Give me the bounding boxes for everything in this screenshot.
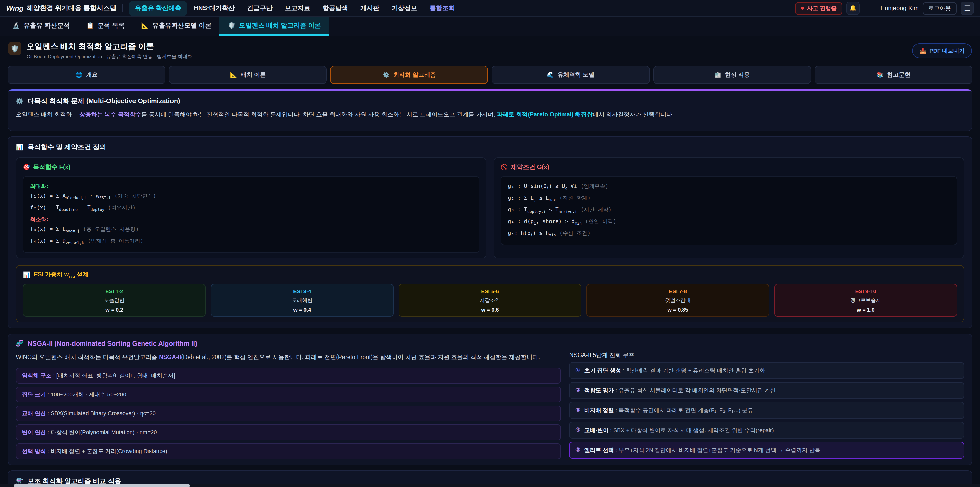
menu-button[interactable]: ☰ — [961, 2, 974, 15]
section-tab-label: 참고문헌 — [887, 71, 911, 78]
nsga-parameter-list: 염색체 구조 : [배치지점 좌표, 방향각θ, 길이L, 형태, 배치순서] … — [16, 368, 561, 459]
page-header: 🛡️ 오일펜스 배치 최적화 알고리즘 이론 Oil Boom Deployme… — [0, 36, 980, 65]
nav-item[interactable]: 게시판 — [355, 1, 385, 16]
text-run: 에서 의사결정자가 선택합니다. — [593, 111, 674, 117]
section-tab[interactable]: 🌐 개요 — [8, 65, 165, 83]
nav-item[interactable]: 보고자료 — [279, 1, 316, 16]
esi-weight-value: w = 1.0 — [778, 306, 953, 312]
sub-tab[interactable]: 🛡️ 오일펜스 배치 알고리즘 이론 — [220, 17, 329, 36]
section-tab-label: 유체역학 모델 — [558, 71, 594, 78]
app-root: Wing 해양환경 위기대응 통합시스템 유출유 확산예측 HNS·대기확산 긴… — [0, 0, 980, 487]
esi-range: ESI 3-4 — [215, 288, 390, 294]
hamburger-icon: ☰ — [964, 4, 970, 12]
divider — [123, 4, 123, 12]
esi-card: ESI 9-10 맹그로브습지 w = 1.0 — [774, 284, 957, 316]
step-label: 비지배 정렬 — [584, 407, 614, 413]
card-title: 목적함수 및 제약조건 정의 — [27, 142, 106, 152]
esi-weight-value: w = 0.85 — [590, 306, 765, 312]
nsga-paragraph: WING의 오일펜스 배치 최적화는 다목적 유전알고리즘 NSGA-II(De… — [16, 353, 561, 362]
section-tab[interactable]: ⚙️ 최적화 알고리즘 — [331, 65, 488, 83]
notifications-button[interactable]: 🔔 — [846, 2, 860, 15]
bell-icon: 🔔 — [850, 5, 857, 12]
esi-card-row: ESI 1-2 노출암반 w = 0.2 ESI 3-4 모래해변 w = 0.… — [23, 284, 957, 316]
section-tab[interactable]: 🌊 유체역학 모델 — [492, 65, 649, 83]
panel-heading: 🎯 목적함수 F(x) — [23, 163, 479, 172]
card-heading: 📊 목적함수 및 제약조건 정의 — [16, 142, 964, 152]
target-icon: 🎯 — [23, 164, 30, 171]
nav-item[interactable]: 유출유 확산예측 — [129, 1, 187, 16]
step-description: : SBX + 다항식 변이로 자식 세대 생성. 제약조건 위반 수리(rep… — [609, 427, 774, 433]
esi-habitat-name: 갯벌조간대 — [590, 297, 765, 303]
section-tab-label: 개요 — [86, 71, 98, 78]
formula-group-label: 최소화: — [30, 216, 49, 222]
sub-tab-label: 오일펜스 배치 알고리즘 이론 — [239, 21, 321, 30]
sub-tab-label: 분석 목록 — [97, 21, 125, 30]
step-text: 초기 집단 생성 : 확산예측 결과 기반 랜덤 + 휴리스틱 배치안 혼합 초… — [584, 366, 765, 374]
nsga-parameter-row: 변이 연산 : 다항식 변이(Polynomial Mutation) · ηm… — [16, 425, 561, 440]
esi-card: ESI 1-2 노출암반 w = 0.2 — [23, 284, 206, 316]
page-subtitle: Oil Boom Deployment Optimization · 유출유 확… — [27, 53, 192, 60]
sub-tab[interactable]: 📋 분석 목록 — [78, 17, 133, 36]
logout-button[interactable]: 로그아웃 — [923, 2, 956, 14]
formula-comment: (총 오일펜스 사용량) — [83, 226, 139, 232]
nsga-parameter-row: 집단 크기 : 100~200개체 · 세대수 50~200 — [16, 386, 561, 402]
evolution-step: ③ 비지배 정렬 : 목적함수 공간에서 파레토 전면 계층(F₁, F₂, F… — [570, 402, 964, 418]
nav-item[interactable]: HNS·대기확산 — [188, 1, 240, 16]
formula-comment: (연안 이격) — [585, 218, 616, 224]
section-tab[interactable]: 📐 배치 이론 — [169, 65, 327, 83]
nsga-parameter-row: 교배 연산 : SBX(Simulated Binary Crossover) … — [16, 406, 561, 422]
nav-item[interactable]: 통합조회 — [424, 1, 461, 16]
text-run: WING의 오일펜스 배치 최적화는 다목적 유전알고리즘 — [16, 354, 159, 360]
formula-comment: (방제정 총 이동거리) — [88, 238, 143, 244]
nav-item[interactable]: 항공탐색 — [317, 1, 354, 16]
highlight-purple: 상충하는 복수 목적함수 — [80, 111, 142, 117]
app-logo[interactable]: Wing 해양환경 위기대응 통합시스템 — [6, 3, 117, 13]
formula-line: g₅: h(pi) ≥ hmin(수심 조건) — [508, 228, 950, 240]
esi-card: ESI 7-8 갯벌조간대 w = 0.85 — [587, 284, 769, 316]
sub-tab[interactable]: 📐 유출유확산모델 이론 — [133, 17, 220, 36]
page-header-left: 🛡️ 오일펜스 배치 최적화 알고리즘 이론 Oil Boom Deployme… — [8, 42, 192, 60]
sub-tab[interactable]: 🔬 유출유 확산분석 — [4, 17, 78, 36]
formula: g₄ : d(pi, shore) ≥ dmin — [508, 218, 582, 224]
step-number-icon: ⑤ — [576, 446, 580, 453]
panel-title: 목적함수 F(x) — [33, 163, 70, 172]
section-tab-icon: 📚 — [877, 71, 883, 78]
evolution-step: ② 적합도 평가 : 유출유 확산 시뮬레이터로 각 배치안의 차단면적·도달시… — [570, 382, 964, 399]
page-title: 오일펜스 배치 최적화 알고리즘 이론 — [27, 42, 192, 51]
nsga-parameter-row: 염색체 구조 : [배치지점 좌표, 방향각θ, 길이L, 형태, 배치순서] — [16, 368, 561, 383]
esi-range: ESI 5-6 — [402, 288, 578, 294]
section-tab[interactable]: 📚 참고문헌 — [815, 65, 972, 83]
dna-icon: 🧬 — [16, 340, 24, 347]
formula-comment: (시간 제약) — [581, 206, 612, 212]
pdf-export-button[interactable]: 📤 PDF 내보내기 — [912, 44, 972, 59]
step-text: 교배·변이 : SBX + 다항식 변이로 자식 세대 생성. 제약조건 위반 … — [584, 426, 774, 434]
sub-tab-icon: 📐 — [141, 22, 149, 29]
nav-item[interactable]: 기상정보 — [386, 1, 423, 16]
user-name: Eunjeong Kim — [881, 5, 919, 12]
parameter-value: : 다항식 변이(Polynomial Mutation) · ηm=20 — [46, 429, 157, 435]
step-number-icon: ③ — [576, 406, 580, 413]
objective-panel: 🎯 목적함수 F(x) 최대화: f₁(x) = Σ Ablocked,i · … — [16, 157, 487, 259]
formula-comment: (수심 조건) — [559, 230, 590, 236]
section-tab[interactable]: 🏢 현장 적용 — [653, 65, 811, 83]
incident-status-badge[interactable]: 사고 진행중 — [795, 2, 842, 14]
formula-line: f₂(x) = Tdeadline - Tdeploy(여유시간) — [30, 203, 472, 214]
constraints-code-block: g₁ : U·sin(θi) ≤ Uc ∀i(임계유속) g₂ : Σ Lj ≤… — [501, 176, 957, 246]
horizontal-scrollbar-thumb[interactable] — [14, 484, 190, 487]
formula-comment: (자원 한계) — [559, 195, 590, 201]
nsga-left-column: WING의 오일펜스 배치 최적화는 다목적 유전알고리즘 NSGA-II(De… — [16, 349, 561, 459]
sub-tab-label: 유출유 확산분석 — [24, 21, 70, 30]
alembic-icon: ⚗️ — [16, 477, 24, 485]
parameter-value: : [배치지점 좌표, 방향각θ, 길이L, 형태, 배치순서] — [52, 372, 175, 378]
section-tab-label: 최적화 알고리즘 — [393, 71, 436, 78]
definitions-card: 📊 목적함수 및 제약조건 정의 🎯 목적함수 F(x) 최대화: f₁(x) — [8, 136, 972, 328]
step-description: : 확산예측 결과 기반 랜덤 + 휴리스틱 배치안 혼합 초기화 — [621, 367, 765, 373]
main-nav: 유출유 확산예측 HNS·대기확산 긴급구난 보고자료 항공탐색 게시판 기상정… — [129, 1, 795, 16]
sub-tab-label: 유출유확산모델 이론 — [152, 21, 212, 30]
nav-item[interactable]: 긴급구난 — [242, 1, 278, 16]
section-tab-icon: 🌊 — [547, 71, 554, 78]
esi-weight-value: w = 0.4 — [215, 306, 390, 312]
esi-weight-value: w = 0.2 — [27, 306, 202, 312]
gear-icon: ⚙️ — [16, 97, 24, 104]
parameter-label: 교배 연산 — [22, 410, 46, 416]
